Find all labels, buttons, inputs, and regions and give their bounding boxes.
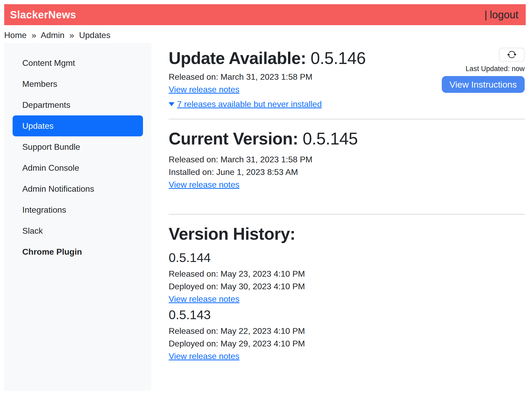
current-version-label: Current Version: <box>169 129 298 148</box>
breadcrumb-separator: » <box>70 30 74 40</box>
history-release-notes-link[interactable]: View release notes <box>169 294 240 304</box>
sidebar-item-support-bundle[interactable]: Support Bundle <box>13 136 143 157</box>
app-title: SlackerNews <box>10 9 76 21</box>
version-history-heading: Version History: <box>169 224 525 244</box>
releases-expander-link[interactable]: 7 releases available but never installed <box>169 99 322 109</box>
sidebar-item-departments[interactable]: Departments <box>13 94 143 115</box>
logout-separator: | <box>485 9 487 20</box>
history-released-text: Released on: May 23, 2023 4:10 PM <box>169 267 525 280</box>
sidebar-item-integrations[interactable]: Integrations <box>13 199 143 220</box>
update-available-label: Update Available: <box>169 49 306 68</box>
breadcrumb: Home » Admin » Updates <box>4 29 528 41</box>
section-divider <box>169 214 525 215</box>
version-history-entry: 0.5.143 Released on: May 22, 2023 4:10 P… <box>169 307 525 362</box>
section-divider <box>169 119 525 119</box>
sidebar-item-admin-console[interactable]: Admin Console <box>13 157 143 178</box>
breadcrumb-home[interactable]: Home <box>4 30 26 40</box>
history-release-notes-link[interactable]: View release notes <box>169 351 240 361</box>
breadcrumb-current: Updates <box>79 30 110 40</box>
history-deployed-text: Deployed on: May 29, 2023 4:10 PM <box>169 337 525 350</box>
update-check-widget: Last Updated: now View Instructions <box>442 48 525 93</box>
current-version-heading: Current Version: 0.5.145 <box>169 129 525 149</box>
refresh-icon <box>507 50 517 60</box>
main-content: Last Updated: now View Instructions Upda… <box>151 43 525 391</box>
caret-down-icon <box>169 102 174 106</box>
current-version-number: 0.5.145 <box>303 129 358 148</box>
update-release-notes-link[interactable]: View release notes <box>169 85 240 94</box>
admin-sidebar: Content Mgmt Members Departments Updates… <box>4 43 151 391</box>
current-release-notes-link[interactable]: View release notes <box>169 180 240 189</box>
refresh-button[interactable] <box>499 48 525 62</box>
version-history-entry: 0.5.144 Released on: May 23, 2023 4:10 P… <box>169 250 525 305</box>
sidebar-nav: Content Mgmt Members Departments Updates… <box>13 52 143 262</box>
history-version-number: 0.5.144 <box>169 250 525 265</box>
breadcrumb-admin[interactable]: Admin <box>41 30 65 40</box>
sidebar-item-chrome-plugin[interactable]: Chrome Plugin <box>13 241 143 262</box>
view-instructions-button[interactable]: View Instructions <box>442 76 525 93</box>
sidebar-item-content-mgmt[interactable]: Content Mgmt <box>13 52 143 73</box>
current-installed-text: Installed on: June 1, 2023 8:53 AM <box>169 166 525 178</box>
app-header: SlackerNews |logout <box>4 4 526 25</box>
sidebar-item-slack[interactable]: Slack <box>13 220 143 241</box>
sidebar-item-updates[interactable]: Updates <box>13 115 143 136</box>
logout-area: |logout <box>485 9 518 21</box>
sidebar-item-members[interactable]: Members <box>13 73 143 94</box>
breadcrumb-separator: » <box>31 30 36 40</box>
history-version-number: 0.5.143 <box>169 307 525 323</box>
history-released-text: Released on: May 22, 2023 4:10 PM <box>169 325 525 337</box>
history-deployed-text: Deployed on: May 30, 2023 4:10 PM <box>169 280 525 293</box>
logout-link[interactable]: logout <box>490 9 518 20</box>
page-body: Content Mgmt Members Departments Updates… <box>4 43 525 391</box>
sidebar-item-admin-notifications[interactable]: Admin Notifications <box>13 178 143 199</box>
update-available-version: 0.5.146 <box>311 49 366 68</box>
current-released-text: Released on: March 31, 2023 1:58 PM <box>169 153 525 166</box>
releases-expander-label: 7 releases available but never installed <box>177 99 322 109</box>
last-updated-text: Last Updated: now <box>466 64 525 73</box>
